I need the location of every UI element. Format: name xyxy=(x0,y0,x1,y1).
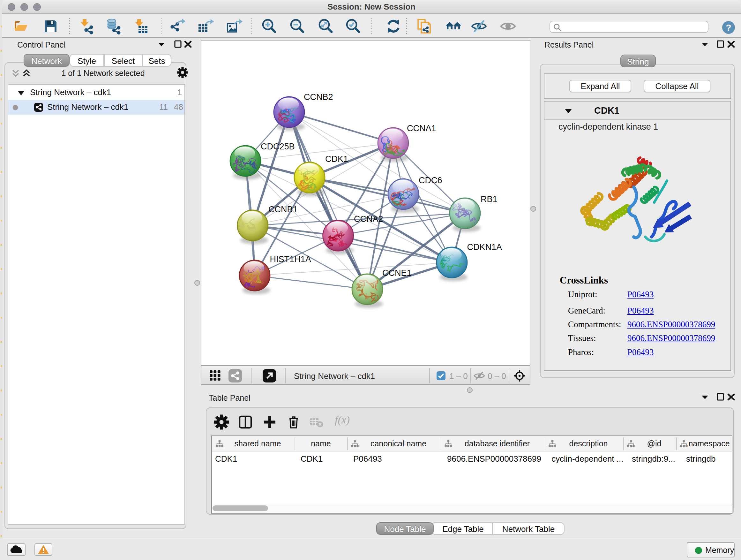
export-table-icon[interactable] xyxy=(197,18,214,35)
search-input[interactable] xyxy=(549,21,709,33)
section-collapse-triangle-icon[interactable] xyxy=(564,108,572,114)
float-window-icon[interactable] xyxy=(716,392,726,401)
column-header-name[interactable]: name xyxy=(294,436,347,451)
column-header-shared-name[interactable]: shared name xyxy=(212,436,294,451)
zoom-out-icon[interactable] xyxy=(289,18,306,35)
column-separator[interactable] xyxy=(441,437,441,450)
table-cell[interactable]: CDK1 xyxy=(215,454,237,464)
collapse-triangle-icon[interactable] xyxy=(17,90,25,96)
expand-all-button[interactable]: Expand All xyxy=(569,80,631,92)
table-cell[interactable]: stringdb:9... xyxy=(632,454,675,464)
birdseye-toggle-icon[interactable] xyxy=(514,370,526,382)
hidden-eye-icon[interactable] xyxy=(473,371,485,381)
column-header-namespace[interactable]: namespace xyxy=(676,436,733,451)
table-cell[interactable]: P06493 xyxy=(353,454,382,464)
control-tab-select[interactable]: Select xyxy=(104,54,142,67)
table-tab-edge-table[interactable]: Edge Table xyxy=(434,522,492,535)
delete-column-trash-icon[interactable] xyxy=(286,415,301,430)
network-edge[interactable] xyxy=(289,112,465,213)
network-options-gear-icon[interactable] xyxy=(177,67,188,78)
crosslink-link[interactable]: 9606.ENSP00000378699 xyxy=(627,333,715,343)
refresh-icon[interactable] xyxy=(385,18,402,35)
network-node-CDC25B[interactable] xyxy=(230,145,261,180)
network-collection-row[interactable]: String Network – cdk1 1 xyxy=(8,85,185,100)
left-splitter-knob[interactable] xyxy=(194,280,200,286)
open-in-window-button[interactable] xyxy=(262,369,276,383)
crosslink-link[interactable]: 9606.ENSP00000378699 xyxy=(627,320,715,329)
network-node-HIST1H1A[interactable] xyxy=(239,260,270,294)
cloud-button[interactable] xyxy=(7,543,25,556)
column-separator[interactable] xyxy=(545,437,545,450)
import-network-from-database-icon[interactable] xyxy=(105,18,122,35)
scrollbar-thumb[interactable] xyxy=(212,505,268,511)
float-menu-icon[interactable] xyxy=(699,392,711,401)
network-node-CDC6[interactable] xyxy=(388,179,419,213)
float-window-icon[interactable] xyxy=(173,40,183,49)
float-menu-icon[interactable] xyxy=(699,40,711,49)
table-cell[interactable]: CDK1 xyxy=(300,454,323,464)
column-header--id[interactable]: @id xyxy=(623,436,676,451)
column-header-description[interactable]: description xyxy=(545,436,623,451)
save-session-icon[interactable] xyxy=(43,18,59,35)
column-separator[interactable] xyxy=(623,437,624,450)
network-node-CCNB2[interactable] xyxy=(274,97,305,131)
table-tab-node-table[interactable]: Node Table xyxy=(376,522,434,535)
float-window-icon[interactable] xyxy=(716,40,726,49)
duplicate-network-icon[interactable] xyxy=(416,18,433,35)
split-table-icon[interactable] xyxy=(238,415,253,430)
float-menu-icon[interactable] xyxy=(156,40,167,49)
show-hide-graphics-details-icon[interactable] xyxy=(471,18,487,35)
network-node-CCNA2[interactable] xyxy=(323,220,354,254)
grid-layout-icon[interactable] xyxy=(210,370,222,381)
cdk1-section-header[interactable]: CDK1 xyxy=(544,102,731,120)
control-tab-network[interactable]: Network xyxy=(23,54,70,67)
column-header-database-identifier[interactable]: database identifier xyxy=(441,436,545,451)
selected-checkbox-icon[interactable] xyxy=(436,371,446,381)
table-settings-gear-icon[interactable] xyxy=(214,415,229,430)
horizontal-scrollbar[interactable] xyxy=(212,504,732,513)
network-node-RB1[interactable] xyxy=(450,198,481,232)
network-node-CDKN1A[interactable] xyxy=(436,247,468,281)
table-cell[interactable]: cyclin-dependent ... xyxy=(551,454,623,464)
column-separator[interactable] xyxy=(676,437,677,450)
table-cell[interactable]: 9606.ENSP00000378699 xyxy=(447,454,541,464)
network-node-CDK1[interactable] xyxy=(294,162,325,196)
close-panel-icon[interactable] xyxy=(726,40,736,49)
birds-eye-view-icon[interactable] xyxy=(500,18,516,35)
network-node-CCNB1[interactable] xyxy=(238,210,268,244)
control-tab-style[interactable]: Style xyxy=(70,54,104,67)
memory-button[interactable]: Memory xyxy=(687,542,735,557)
share-network-button[interactable] xyxy=(228,369,242,383)
crosslink-link[interactable]: P06493 xyxy=(627,290,654,300)
network-node-CCNE1[interactable] xyxy=(352,274,383,308)
function-builder-icon[interactable]: f(x) xyxy=(335,414,350,429)
crosslink-link[interactable]: P06493 xyxy=(627,348,654,357)
crosslink-link[interactable]: P06493 xyxy=(627,306,654,316)
results-tab-string[interactable]: String xyxy=(620,55,656,67)
export-image-icon[interactable] xyxy=(226,18,243,35)
network-row[interactable]: String Network – cdk1 11 48 xyxy=(8,100,185,115)
import-table-icon[interactable] xyxy=(133,18,149,35)
delete-table-icon[interactable] xyxy=(309,415,324,430)
add-column-icon[interactable] xyxy=(262,415,277,430)
help-button[interactable]: ? xyxy=(722,21,735,34)
column-header-canonical-name[interactable]: canonical name xyxy=(347,436,441,451)
zoom-selected-icon[interactable] xyxy=(345,18,361,35)
show-hide-annotations-icon[interactable] xyxy=(445,18,462,35)
network-node-CCNA1[interactable] xyxy=(378,128,409,162)
network-canvas[interactable]: CCNB2CCNA1CDC25BCDK1CDC6RB1CCNB1CCNA2CDK… xyxy=(201,40,530,366)
import-network-icon[interactable] xyxy=(78,18,95,35)
warning-button[interactable] xyxy=(35,543,52,556)
table-cell[interactable]: stringdb xyxy=(686,454,716,464)
column-separator[interactable] xyxy=(347,437,348,450)
close-panel-icon[interactable] xyxy=(726,392,736,401)
export-network-icon[interactable] xyxy=(169,18,185,35)
table-tab-network-table[interactable]: Network Table xyxy=(492,522,564,535)
network-edge[interactable] xyxy=(255,275,367,289)
open-session-icon[interactable] xyxy=(13,18,29,35)
collapse-all-button[interactable]: Collapse All xyxy=(644,80,711,92)
zoom-fit-icon[interactable] xyxy=(317,18,334,35)
zoom-in-icon[interactable] xyxy=(261,18,277,35)
node-table[interactable]: shared namename canonical name database … xyxy=(211,435,732,514)
column-separator[interactable] xyxy=(294,437,295,450)
